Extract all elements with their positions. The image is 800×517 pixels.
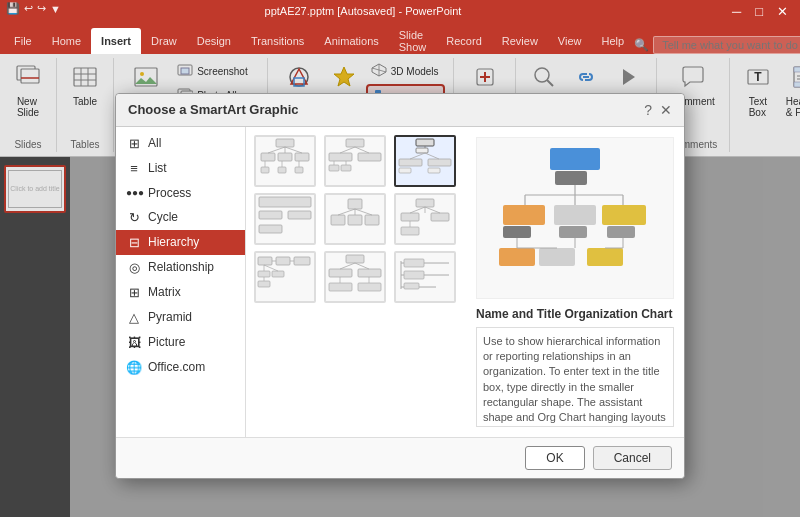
quick-access-toolbar: 💾 ↩ ↪ ▼ — [0, 0, 67, 17]
dialog-help-button[interactable]: ? — [644, 102, 652, 118]
svg-rect-97 — [258, 257, 272, 265]
cat-process-icon: ●●● — [126, 187, 142, 198]
svg-rect-81 — [259, 225, 282, 233]
svg-rect-123 — [404, 283, 419, 289]
cat-matrix[interactable]: ⊞ Matrix — [116, 280, 245, 305]
layout-thumb-7[interactable] — [254, 251, 316, 303]
title-bar: 💾 ↩ ↪ ▼ pptAE27.pptm [Autosaved] - Power… — [0, 0, 800, 22]
cat-relationship[interactable]: ◎ Relationship — [116, 255, 245, 280]
layout-thumb-3[interactable] — [394, 135, 456, 187]
svg-rect-133 — [503, 226, 531, 238]
search-input[interactable] — [653, 36, 800, 54]
cat-pyramid-label: Pyramid — [148, 310, 192, 324]
svg-rect-72 — [399, 159, 422, 166]
cancel-button[interactable]: Cancel — [593, 446, 672, 470]
cat-picture-label: Picture — [148, 335, 185, 349]
svg-line-53 — [285, 147, 302, 153]
svg-rect-142 — [539, 248, 575, 266]
dialog-overlay: Choose a SmartArt Graphic ? ✕ ⊞ All ≡ Li… — [0, 54, 800, 517]
svg-rect-47 — [276, 139, 294, 147]
layout-thumb-5[interactable] — [324, 193, 386, 245]
svg-line-77 — [425, 153, 439, 159]
svg-rect-103 — [272, 271, 284, 277]
ok-button[interactable]: OK — [525, 446, 584, 470]
svg-rect-141 — [499, 248, 535, 266]
tab-animations[interactable]: Animations — [314, 28, 388, 54]
cat-pyramid[interactable]: △ Pyramid — [116, 305, 245, 330]
tab-transitions[interactable]: Transitions — [241, 28, 314, 54]
dialog-titlebar: Choose a SmartArt Graphic ? ✕ — [116, 94, 684, 127]
maximize-button[interactable]: □ — [749, 4, 769, 19]
customize-icon[interactable]: ▼ — [50, 3, 61, 15]
cat-all-icon: ⊞ — [126, 136, 142, 151]
cat-relationship-icon: ◎ — [126, 260, 142, 275]
svg-line-88 — [355, 209, 372, 215]
save-icon[interactable]: 💾 — [6, 2, 20, 15]
layout-thumb-1[interactable] — [254, 135, 316, 187]
cat-all[interactable]: ⊞ All — [116, 131, 245, 156]
tab-view[interactable]: View — [548, 28, 592, 54]
tab-home[interactable]: Home — [42, 28, 91, 54]
svg-rect-70 — [416, 148, 428, 153]
preview-name: Name and Title Organization Chart — [476, 307, 674, 321]
layout-thumb-2[interactable] — [324, 135, 386, 187]
svg-rect-83 — [331, 215, 345, 225]
svg-rect-66 — [341, 165, 351, 171]
svg-rect-104 — [258, 281, 270, 287]
svg-rect-98 — [276, 257, 290, 265]
dialog-controls: ? ✕ — [644, 102, 672, 118]
layout-thumb-6[interactable] — [394, 193, 456, 245]
cat-picture[interactable]: 🖼 Picture — [116, 330, 245, 355]
svg-rect-92 — [431, 213, 449, 221]
cat-cycle[interactable]: ↻ Cycle — [116, 205, 245, 230]
cat-officecom[interactable]: 🌐 Office.com — [116, 355, 245, 380]
tab-record[interactable]: Record — [436, 28, 491, 54]
smartart-dialog: Choose a SmartArt Graphic ? ✕ ⊞ All ≡ Li… — [115, 93, 685, 479]
svg-rect-74 — [428, 159, 451, 166]
svg-rect-60 — [346, 139, 364, 147]
svg-rect-96 — [401, 227, 419, 235]
redo-icon[interactable]: ↪ — [37, 2, 46, 15]
tab-slideshow[interactable]: Slide Show — [389, 28, 437, 54]
preview-description: Use to show hierarchical information or … — [476, 327, 674, 427]
svg-line-93 — [410, 207, 425, 213]
svg-rect-65 — [329, 165, 339, 171]
cat-process[interactable]: ●●● Process — [116, 181, 245, 205]
cat-pyramid-icon: △ — [126, 310, 142, 325]
dialog-close-button[interactable]: ✕ — [660, 102, 672, 118]
close-button[interactable]: ✕ — [771, 4, 794, 19]
cat-hierarchy[interactable]: ⊟ Hierarchy — [116, 230, 245, 255]
cat-hierarchy-label: Hierarchy — [148, 235, 199, 249]
window-title: pptAE27.pptm [Autosaved] - PowerPoint — [265, 5, 462, 17]
svg-rect-80 — [288, 211, 311, 219]
dialog-title: Choose a SmartArt Graphic — [128, 102, 299, 117]
category-panel: ⊞ All ≡ List ●●● Process ↻ Cycle ⊟ Hie — [116, 127, 246, 437]
cat-relationship-label: Relationship — [148, 260, 214, 274]
svg-line-94 — [425, 207, 440, 213]
dialog-body: ⊞ All ≡ List ●●● Process ↻ Cycle ⊟ Hie — [116, 127, 684, 437]
cat-cycle-icon: ↻ — [126, 210, 142, 225]
svg-rect-48 — [261, 153, 275, 161]
svg-rect-125 — [555, 171, 587, 185]
tab-design[interactable]: Design — [187, 28, 241, 54]
svg-rect-143 — [587, 248, 623, 266]
tab-review[interactable]: Review — [492, 28, 548, 54]
layouts-panel — [246, 127, 466, 437]
layout-thumb-4[interactable] — [254, 193, 316, 245]
undo-icon[interactable]: ↩ — [24, 2, 33, 15]
preview-panel: Name and Title Organization Chart Use to… — [466, 127, 684, 437]
layout-thumb-9[interactable] — [394, 251, 456, 303]
tab-file[interactable]: File — [4, 28, 42, 54]
cat-list[interactable]: ≡ List — [116, 156, 245, 181]
svg-rect-54 — [261, 167, 269, 173]
svg-rect-49 — [278, 153, 292, 161]
minimize-button[interactable]: ─ — [726, 4, 747, 19]
svg-line-64 — [355, 147, 369, 153]
tab-insert[interactable]: Insert — [91, 28, 141, 54]
tab-help[interactable]: Help — [592, 28, 635, 54]
svg-rect-136 — [602, 205, 646, 225]
ribbon-tab-row: File Home Insert Draw Design Transitions… — [0, 22, 800, 54]
layout-thumb-8[interactable] — [324, 251, 386, 303]
cat-matrix-label: Matrix — [148, 285, 181, 299]
tab-draw[interactable]: Draw — [141, 28, 187, 54]
